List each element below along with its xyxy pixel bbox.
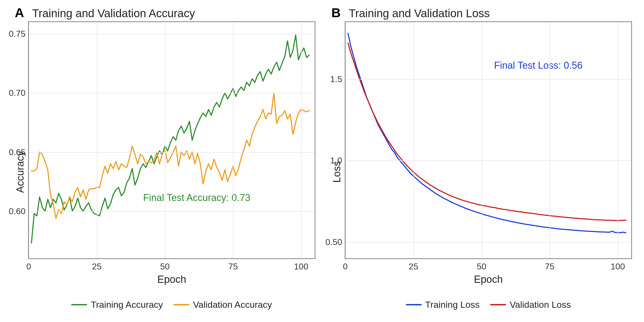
legend-label: Validation Accuracy bbox=[193, 299, 272, 310]
panel-a-header: A Training and Validation Accuracy bbox=[12, 5, 315, 21]
figure-container: A Training and Validation Accuracy Accur… bbox=[0, 0, 644, 322]
y-tick: 1.0 bbox=[330, 156, 345, 166]
x-tick: 100 bbox=[611, 258, 625, 272]
legend-swatch-icon bbox=[406, 304, 422, 305]
panel-b-header: B Training and Validation Loss bbox=[329, 5, 632, 21]
panel-a-xlabel: Epoch bbox=[28, 259, 315, 290]
panel-a: A Training and Validation Accuracy Accur… bbox=[5, 5, 322, 322]
panel-a-legend: Training Accuracy Validation Accuracy bbox=[28, 290, 315, 322]
panel-b: B Training and Validation Loss Loss Fina… bbox=[322, 5, 639, 322]
panel-b-plot-wrap: Loss Final Test Loss: 0.56 02550751000.5… bbox=[329, 21, 632, 322]
panel-a-plot-wrap: Accuracy Final Test Accuracy: 0.73 02550… bbox=[12, 21, 315, 322]
panel-b-plot-col: Final Test Loss: 0.56 02550751000.501.01… bbox=[345, 21, 632, 322]
panel-a-title: Training and Validation Accuracy bbox=[32, 7, 195, 20]
y-tick: 0.75 bbox=[9, 29, 29, 39]
panel-b-plot-area: Final Test Loss: 0.56 02550751000.501.01… bbox=[345, 21, 632, 259]
panel-b-lines bbox=[345, 22, 631, 258]
legend-label: Training Loss bbox=[425, 299, 480, 310]
legend-swatch-icon bbox=[490, 304, 506, 305]
panel-a-plot-area: Final Test Accuracy: 0.73 02550751000.60… bbox=[28, 21, 315, 259]
x-tick: 25 bbox=[409, 258, 418, 272]
legend-item-validation-loss: Validation Loss bbox=[490, 299, 571, 310]
panel-b-annotation: Final Test Loss: 0.56 bbox=[494, 60, 583, 71]
panel-a-ylabel-wrap: Accuracy bbox=[12, 21, 28, 322]
y-tick: 0.65 bbox=[9, 147, 29, 157]
x-tick: 75 bbox=[545, 258, 555, 272]
panel-a-letter: A bbox=[15, 5, 24, 20]
legend-item-training-loss: Training Loss bbox=[406, 299, 480, 310]
panel-b-legend: Training Loss Validation Loss bbox=[345, 290, 632, 322]
legend-label: Training Accuracy bbox=[91, 299, 163, 310]
panel-a-plot-col: Final Test Accuracy: 0.73 02550751000.60… bbox=[28, 21, 315, 322]
legend-swatch-icon bbox=[174, 304, 189, 305]
legend-swatch-icon bbox=[71, 304, 87, 305]
legend-label: Validation Loss bbox=[510, 299, 571, 310]
x-tick: 0 bbox=[343, 258, 348, 272]
x-tick: 0 bbox=[26, 258, 31, 272]
y-tick: 0.50 bbox=[325, 237, 345, 247]
x-tick: 25 bbox=[92, 258, 102, 272]
panel-b-ylabel-wrap: Loss bbox=[329, 21, 345, 322]
panel-a-ylabel: Accuracy bbox=[14, 151, 26, 193]
panel-b-xlabel: Epoch bbox=[345, 259, 632, 290]
panel-b-letter: B bbox=[331, 5, 341, 20]
legend-item-training-accuracy: Training Accuracy bbox=[71, 299, 163, 310]
x-tick: 50 bbox=[477, 258, 486, 272]
x-tick: 100 bbox=[294, 258, 308, 272]
panel-a-lines bbox=[29, 22, 315, 258]
y-tick: 1.5 bbox=[330, 74, 345, 84]
legend-item-validation-accuracy: Validation Accuracy bbox=[174, 299, 272, 310]
y-tick: 0.70 bbox=[9, 88, 29, 98]
panel-b-title: Training and Validation Loss bbox=[349, 7, 490, 20]
panel-a-annotation: Final Test Accuracy: 0.73 bbox=[143, 192, 250, 203]
y-tick: 0.60 bbox=[9, 206, 29, 216]
x-tick: 75 bbox=[228, 258, 238, 272]
x-tick: 50 bbox=[160, 258, 170, 272]
